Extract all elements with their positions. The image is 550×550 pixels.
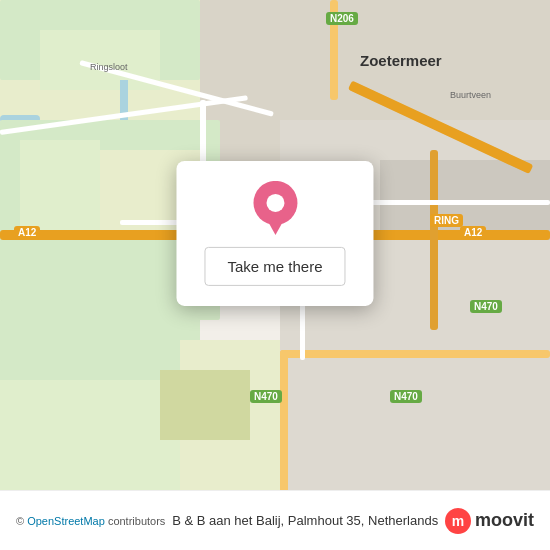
map-container: A12 A12 RING N206 N470 N470 N470 Zoeterm… [0, 0, 550, 490]
svg-point-1 [266, 194, 284, 212]
svg-marker-2 [265, 217, 285, 235]
osm-link[interactable]: OpenStreetMap [27, 515, 105, 527]
moovit-logo-text: moovit [475, 510, 534, 531]
location-pin-icon [248, 181, 302, 235]
moovit-logo: m moovit [445, 508, 534, 534]
bottom-bar: © OpenStreetMap contributors B & B aan h… [0, 490, 550, 550]
osm-credit: © OpenStreetMap contributors [16, 515, 165, 527]
moovit-logo-mark: m [445, 508, 471, 534]
address-text: B & B aan het Balij, Palmhout 35, Nether… [165, 513, 445, 528]
popup-card: Take me there [176, 161, 373, 306]
take-me-there-button[interactable]: Take me there [204, 247, 345, 286]
